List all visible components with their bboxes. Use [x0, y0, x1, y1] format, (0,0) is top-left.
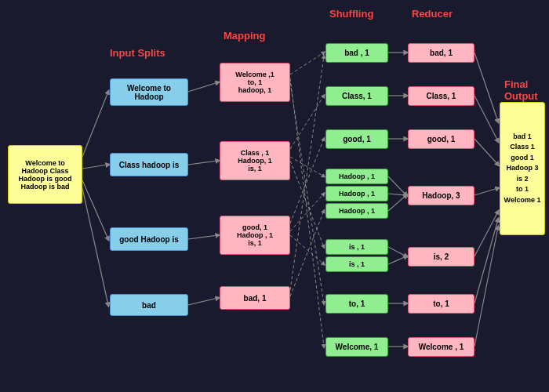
split-box-4: bad	[110, 294, 188, 316]
reduce-box-7: Welcome , 1	[408, 337, 474, 357]
svg-line-25	[388, 247, 406, 256]
reduce-box-6: to, 1	[408, 294, 474, 314]
svg-line-33	[474, 212, 498, 256]
svg-line-0	[82, 92, 108, 157]
svg-line-1	[82, 165, 108, 169]
svg-line-23	[388, 194, 406, 195]
svg-line-5	[188, 161, 218, 165]
svg-line-13	[290, 161, 324, 247]
shuffle-box-4c: Hadoop , 1	[325, 203, 388, 219]
final-output-box: bad 1 Class 1 good 1 Hadoop 3 is 2 to 1 …	[500, 102, 545, 235]
reduce-box-5: is, 2	[408, 247, 474, 267]
svg-line-17	[290, 56, 324, 290]
shuffle-box-1: bad , 1	[325, 43, 388, 63]
shuffle-box-2: Class, 1	[325, 86, 388, 106]
shuffle-box-6: to, 1	[325, 294, 388, 314]
shuffle-box-3: good, 1	[325, 129, 388, 149]
shuffle-box-4a: Hadoop , 1	[325, 169, 388, 184]
svg-line-3	[82, 188, 108, 305]
shuffle-box-4b: Hadoop , 1	[325, 186, 388, 201]
svg-line-34	[474, 220, 498, 303]
map-box-4: bad, 1	[220, 286, 290, 310]
svg-line-18	[290, 211, 324, 296]
shuffle-box-7: Welcome, 1	[325, 337, 388, 357]
svg-line-35	[474, 227, 498, 347]
reduce-box-3: good, 1	[408, 129, 474, 149]
svg-line-15	[290, 194, 324, 231]
shuffling-label: Shuffling	[329, 8, 373, 20]
reduce-box-4: Hadoop, 3	[408, 186, 474, 205]
input-box: Welcome to Hadoop Class Hadoop is good H…	[8, 145, 82, 204]
svg-line-4	[188, 82, 218, 92]
split-box-1: Welcome toHadoop	[110, 78, 188, 106]
shuffle-box-5b: is , 1	[325, 256, 388, 272]
final-output-label: Final Output	[504, 78, 549, 102]
map-box-3: good, 1 Hadoop , 1 is, 1	[220, 216, 290, 255]
reduce-box-2: Class, 1	[408, 86, 474, 106]
svg-line-11	[290, 96, 324, 149]
svg-line-32	[474, 188, 498, 195]
svg-line-22	[388, 176, 406, 195]
split-box-3: good Hadoop is	[110, 227, 188, 251]
svg-line-7	[188, 298, 218, 305]
reducer-label: Reducer	[412, 8, 453, 20]
svg-line-8	[290, 53, 324, 74]
svg-line-31	[474, 139, 498, 165]
svg-line-24	[388, 195, 406, 211]
svg-line-29	[474, 53, 498, 122]
svg-line-12	[290, 157, 324, 176]
map-box-2: Class , 1 Hadoop, 1 is, 1	[220, 141, 290, 180]
svg-line-6	[188, 235, 218, 239]
svg-line-14	[290, 139, 324, 223]
map-box-1: Welcome ,1 to, 1 hadoop, 1	[220, 63, 290, 102]
svg-line-10	[290, 82, 324, 303]
svg-line-16	[290, 235, 324, 264]
reduce-box-1: bad, 1	[408, 43, 474, 63]
svg-line-26	[388, 256, 406, 264]
split-box-2: Class hadoop is	[110, 153, 188, 176]
input-splits-label: Input Splits	[110, 47, 165, 59]
mapping-label: Mapping	[224, 30, 265, 42]
svg-line-30	[474, 96, 498, 141]
shuffle-box-5a: is , 1	[325, 239, 388, 255]
svg-line-2	[82, 180, 108, 239]
svg-line-9	[290, 78, 324, 347]
